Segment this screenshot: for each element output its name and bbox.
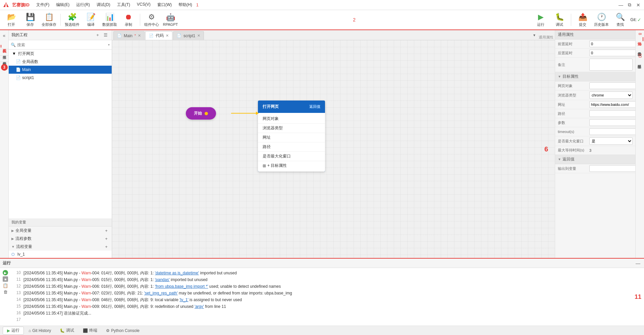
save-button[interactable]: 💾 保存 — [21, 11, 39, 28]
variables-header[interactable]: 我的变量 — [9, 218, 112, 226]
node-row-path[interactable]: 路径 — [258, 142, 325, 152]
menu-run[interactable]: 运行(R) — [75, 1, 91, 8]
extract-button[interactable]: 📊 数据抓取 — [101, 11, 118, 28]
tab-main[interactable]: 📄 Main * ✕ — [113, 31, 145, 40]
var-item-lv1[interactable]: ⬡ lv_1 — [9, 251, 112, 258]
prop-post-delay: 后置延时 ms — [555, 49, 635, 58]
add-flow-var-button[interactable]: + — [104, 244, 109, 249]
node-row-target-props[interactable]: ⊞ + 目标属性 — [258, 161, 325, 170]
log-link-11[interactable]: 'pandas' — [155, 277, 170, 282]
maximize-button[interactable]: ⧉ — [627, 2, 633, 8]
output-var-input[interactable] — [589, 165, 635, 172]
sidebar-right-elements[interactable]: 我的元素库 — [636, 47, 643, 51]
tab-script1[interactable]: 📄 script1 ✕ — [173, 31, 204, 40]
log-link-12[interactable]: 'from ubpa.base_img import *' — [155, 284, 208, 289]
browser-type-select[interactable]: chrome firefox edge — [589, 91, 633, 99]
debug-button[interactable]: 🐛 调试 — [551, 11, 568, 28]
copy-action-button[interactable]: 📋 — [3, 283, 8, 288]
sidebar-collapse-btn[interactable]: « — [0, 31, 8, 40]
menu-help[interactable]: 帮助(H) — [177, 1, 194, 8]
menu-edit[interactable]: 编辑(E) — [55, 1, 71, 8]
return-props-title[interactable]: ▼ 返回值 — [555, 155, 635, 164]
tree-item-main[interactable]: 📄 Main — [9, 66, 112, 74]
bottom-tab-debug[interactable]: 🐛 调试 — [56, 327, 78, 335]
timeout-input[interactable] — [589, 128, 635, 135]
menu-file[interactable]: 文件(F) — [35, 1, 51, 8]
path-input[interactable] — [589, 110, 635, 117]
tab-code[interactable]: 📄 代码 ✕ — [145, 31, 172, 40]
node-row-url[interactable]: 网址 — [258, 133, 325, 142]
log-link-14[interactable]: 'lv_1' — [179, 297, 189, 302]
tree-item-open-webpage[interactable]: ▼ 打开网页 — [9, 50, 112, 58]
global-var-section[interactable]: ▶ 全局变量 + — [9, 226, 112, 234]
bottom-minimize-button[interactable]: — — [635, 260, 641, 267]
menu-debug[interactable]: 调试(D) — [95, 1, 112, 8]
log-row-15: 15 [2024/05/06 11:35:45] Main.py - Warn-… — [10, 304, 633, 310]
tree-item-script1[interactable]: 📄 script1 — [9, 74, 112, 82]
preview-button[interactable]: 🧩 预选组件 — [63, 11, 81, 28]
git-history-icon: ⌂ — [29, 328, 31, 333]
stop-action-button[interactable]: ■ — [3, 276, 8, 282]
tab-main-close[interactable]: ✕ — [138, 34, 141, 38]
bottom-tab-git-history[interactable]: ⌂ Git History — [24, 327, 55, 335]
maximize-select[interactable]: 是 否 — [589, 137, 633, 145]
menu-vcs[interactable]: VCS(V) — [136, 1, 152, 8]
log-link-10[interactable]: 'datetime as is_datetime' — [155, 271, 199, 275]
start-node[interactable]: 开始 — [186, 107, 216, 120]
run-button[interactable]: ▶ 运行 — [532, 11, 549, 28]
open-webpage-node[interactable]: 打开网页 返回值 网页对象 浏览器类型 网址 路径 是否最大化窗口 ⊞ + 目标… — [258, 100, 325, 172]
prop-note: 备注 — [555, 58, 635, 72]
sidebar-item-operations[interactable]: 我的操作 — [1, 58, 8, 60]
bottom-tab-python-console[interactable]: ⚙ Python Console — [102, 327, 144, 335]
note-textarea[interactable] — [589, 59, 633, 71]
sidebar-item-components[interactable]: 组件库 — [1, 51, 8, 54]
menu-window[interactable]: 窗口(W) — [156, 1, 173, 8]
node-row-webpage-obj[interactable]: 网页对象 — [258, 114, 325, 124]
node-row-maximize[interactable]: 是否最大化窗口 — [258, 152, 325, 161]
add-item-button[interactable]: + — [94, 32, 101, 39]
tree-item-global-func[interactable]: 📄 全局函数 — [9, 58, 112, 66]
pre-delay-input[interactable] — [589, 41, 635, 47]
tab-code-close[interactable]: ✕ — [166, 34, 169, 38]
clear-action-button[interactable]: 🗑 — [3, 289, 8, 294]
panel-options-button[interactable]: ☰ — [102, 32, 109, 39]
submit-button[interactable]: 📤 提交 — [574, 11, 591, 28]
sidebar-item-project[interactable]: 我的工程 — [1, 45, 8, 48]
params-input[interactable] — [589, 119, 635, 126]
bottom-tab-terminal[interactable]: ⬛ 终端 — [79, 327, 101, 335]
log-link-13[interactable]: 'set_img_res_path' — [144, 291, 178, 295]
record-button[interactable]: ⏺ 录制 — [120, 11, 137, 28]
folder-expand-icon: ▼ — [11, 51, 17, 56]
save-all-button[interactable]: 📋 全部保存 — [40, 11, 58, 28]
add-global-var-button[interactable]: + — [104, 228, 109, 233]
target-props-title[interactable]: ▼ 目标属性 — [555, 72, 635, 81]
sidebar-right-assistant[interactable]: 提醒助手 — [636, 60, 643, 64]
search-button[interactable]: 🔍 查找 — [611, 11, 629, 28]
add-flow-param-button[interactable]: + — [104, 236, 109, 241]
canvas-area[interactable]: 开始 打开网页 返回值 网页对象 浏览器类型 网址 路径 是否最大化窗口 — [112, 40, 555, 258]
post-delay-input[interactable] — [589, 50, 635, 56]
clear-icon: 🗑 — [3, 289, 8, 294]
flow-var-section[interactable]: ▼ 流程变量 + — [9, 243, 112, 251]
sidebar-right-properties[interactable]: 属性 — [636, 37, 643, 41]
component-center-button[interactable]: ⚙ 组件中心 — [143, 11, 160, 28]
node-row-browser-type[interactable]: 浏览器类型 — [258, 124, 325, 133]
search-input[interactable] — [17, 43, 107, 47]
flow-param-section[interactable]: ▶ 流程参数 + — [9, 234, 112, 243]
tab-dropdown-button[interactable]: ▾ — [532, 33, 537, 38]
close-button[interactable]: ✕ — [635, 2, 641, 8]
compile-button[interactable]: 📝 编译 — [82, 11, 100, 28]
tab-script1-close[interactable]: ✕ — [197, 34, 200, 38]
history-button[interactable]: 🕐 历史版本 — [593, 11, 610, 28]
rpagpt-button[interactable]: 🤖 RPAGPT — [162, 11, 179, 28]
bottom-tab-run[interactable]: ▶ 运行 — [3, 327, 24, 335]
open-button[interactable]: 📂 打开 — [3, 11, 20, 28]
minimize-button[interactable]: — — [618, 2, 624, 8]
search-dropdown-icon[interactable]: ▾ — [108, 43, 110, 47]
url-input[interactable] — [589, 101, 635, 108]
menu-tools[interactable]: 工具(T) — [116, 1, 131, 8]
log-link-15[interactable]: 'argv' — [195, 304, 204, 309]
run-action-button[interactable]: ▶ — [3, 270, 8, 275]
webpage-obj-input[interactable] — [589, 82, 635, 89]
log-num-12: 12 — [13, 284, 21, 288]
